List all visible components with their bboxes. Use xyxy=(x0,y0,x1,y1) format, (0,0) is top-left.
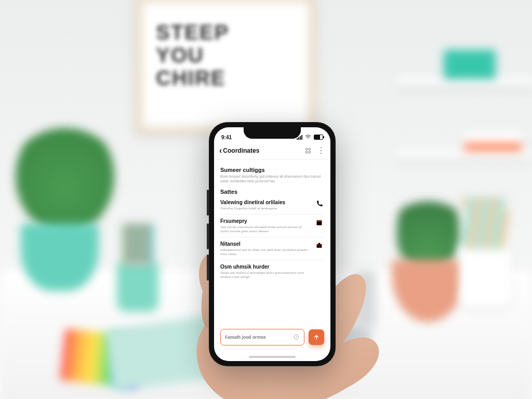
list-item[interactable]: NitanselAdlssperertvuf sarl fiy ofllan o… xyxy=(220,237,324,260)
list-item[interactable]: Valewing dinetiral orlilaiesTobmli er Ds… xyxy=(220,196,324,214)
utensils xyxy=(463,197,507,249)
page-subheading: Borel temped discenfomy gull pntaveur al… xyxy=(220,174,324,183)
phone-notch xyxy=(244,127,301,139)
clock-icon xyxy=(293,334,300,341)
shelf-upper xyxy=(397,78,532,85)
svg-rect-1 xyxy=(309,148,311,150)
list-item[interactable]: Osm uhmsik hurderSanev pre titolons d an… xyxy=(220,260,324,283)
footer-placeholder: Famath jood ormse xyxy=(225,335,265,340)
list-item-title: Valewing dinetiral orlilaies xyxy=(220,200,310,205)
list-item-title: Frsumepry xyxy=(220,218,310,224)
list-item[interactable]: FrsumepryYesl tort be vnremfioret alrtod… xyxy=(220,214,324,237)
phone-icon xyxy=(314,200,324,208)
plant-right xyxy=(397,187,459,270)
book-stack xyxy=(464,132,522,151)
battery-icon xyxy=(314,135,323,140)
bottle xyxy=(355,270,376,327)
more-icon[interactable]: ⋮ xyxy=(317,147,325,155)
pencil-cup xyxy=(117,262,158,312)
svg-rect-3 xyxy=(309,151,311,153)
utensil-cup xyxy=(459,244,511,307)
poster-line-2: YOU xyxy=(156,44,204,66)
status-time: 9:41 xyxy=(221,135,232,140)
page-heading: Sumeer cultiggs xyxy=(220,167,324,173)
teal-box xyxy=(444,50,496,79)
footer-bar: Famath jood ormse xyxy=(220,329,324,345)
list-item-desc: Yesl tort be vnremfioret alrtodedf erstt… xyxy=(220,225,310,233)
poster-text: STEEP YOU CHIRE xyxy=(156,21,229,89)
list-item-desc: Tobmli er Dsgorliny forellf ar lersengon… xyxy=(220,206,310,210)
svg-rect-4 xyxy=(316,220,322,225)
content-area: Sumeer cultiggs Borel temped discenfomy … xyxy=(214,159,330,283)
scene-photo: STEEP YOU CHIRE 9:41 xyxy=(0,0,532,399)
list-item-title: Nitansel xyxy=(220,241,310,247)
svg-rect-2 xyxy=(305,151,308,153)
poster-line-1: STEEP xyxy=(156,21,229,44)
nav-bar: ‹ Coordinates ⋮ xyxy=(214,143,330,159)
plant-left xyxy=(16,119,114,234)
phone-device: 9:41 ‹ Coordinates xyxy=(209,122,336,366)
list-item-title: Osm uhmsik hurder xyxy=(220,264,310,270)
briefcase-icon xyxy=(314,241,324,249)
svg-rect-0 xyxy=(305,148,308,150)
section-label: Sattes xyxy=(220,189,324,195)
list-item-desc: Sanev pre titolons d anomkaied festrs gn… xyxy=(220,271,310,279)
wifi-icon xyxy=(304,134,312,141)
submit-button[interactable] xyxy=(309,329,324,345)
back-button[interactable]: ‹ Coordinates xyxy=(219,147,259,155)
phone-screen: 9:41 ‹ Coordinates xyxy=(214,127,330,361)
pencils xyxy=(122,223,153,265)
footer-input[interactable]: Famath jood ormse xyxy=(220,329,304,345)
poster-line-3: CHIRE xyxy=(156,66,225,89)
arrow-up-icon xyxy=(313,334,320,341)
pot-left xyxy=(21,223,99,291)
shelf-lower xyxy=(397,151,532,158)
nav-title: Coordinates xyxy=(223,147,259,154)
calendar-icon xyxy=(314,218,324,227)
list-item-desc: Adlssperertvuf sarl fiy ofllan one partf… xyxy=(220,248,310,256)
none-icon xyxy=(314,264,324,264)
chevron-left-icon: ‹ xyxy=(219,147,222,155)
home-indicator[interactable] xyxy=(249,356,296,358)
grid-icon[interactable] xyxy=(304,147,312,154)
